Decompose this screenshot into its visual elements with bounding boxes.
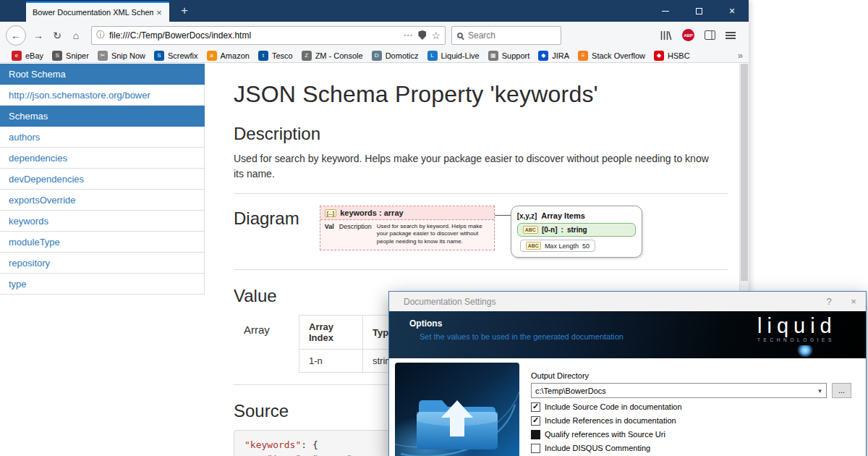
bookmark-hsbc[interactable]: ◆HSBC [650, 48, 694, 63]
schema-sidebar: Root Schema http://json.schemastore.org/… [0, 64, 205, 456]
dialog-help-button[interactable]: ? [817, 292, 841, 311]
diagram-val-label: Val [325, 223, 334, 245]
ebay-favicon: e [12, 51, 22, 61]
logo-tagline: TECHNOLOGIES [757, 337, 853, 342]
bookmark-zm-console[interactable]: ZZM - Console [297, 48, 367, 63]
home-button[interactable]: ⌂ [67, 30, 85, 41]
page-actions-icon[interactable]: ⋯ [403, 30, 412, 41]
sidebar-item-keywords[interactable]: keywords [0, 211, 205, 232]
include-references-checkbox[interactable] [531, 416, 540, 426]
bookmark-tesco[interactable]: tTesco [254, 48, 297, 63]
sidebar-item-root-schema[interactable]: Root Schema [0, 64, 205, 85]
toolbar-right-icons: ABP [656, 29, 743, 41]
bookmark-screwfix[interactable]: SScrewfix [150, 48, 203, 63]
navigation-toolbar: ← → ↻ ⌂ ⓘ ⋯ ☆ ABP [0, 22, 749, 48]
bookmark-label: eBay [25, 51, 43, 60]
info-icon[interactable]: ⓘ [96, 29, 105, 41]
bookmark-ebay[interactable]: eeBay [7, 48, 48, 63]
checkbox-label: Include DISQUS Commenting [545, 444, 650, 452]
checkbox-label: Include Source Code in documentation [545, 402, 682, 411]
window-controls: × [649, 0, 749, 22]
include-references-checkbox-row[interactable]: Include References in documentation [531, 415, 851, 426]
dialog-close-button[interactable]: × [841, 292, 866, 311]
output-directory-label: Output Directory [531, 371, 851, 380]
bookmark-star-icon[interactable]: ☆ [431, 30, 441, 41]
search-icon [457, 33, 463, 38]
adblock-plus-icon[interactable]: ABP [682, 29, 694, 41]
constraint-label: Max Length [545, 242, 579, 250]
sidebar-item-schemas[interactable]: Schemas [0, 106, 205, 127]
search-bar[interactable] [451, 26, 561, 45]
qualify-references-checkbox-row[interactable]: Qualify references with Source Uri [531, 429, 851, 439]
new-tab-button[interactable]: + [175, 1, 194, 22]
bookmark-sniper[interactable]: SSniper [48, 48, 93, 63]
minimize-button[interactable] [649, 0, 682, 22]
sidebar-toggle-icon[interactable] [705, 30, 715, 40]
bookmark-jira[interactable]: ◆JIRA [534, 48, 574, 63]
bookmark-label: HSBC [668, 51, 690, 60]
bookmark-label: ZM - Console [315, 51, 363, 60]
sidebar-item-repository[interactable]: repository [0, 253, 205, 274]
sidebar-item-schema-url[interactable]: http://json.schemastore.org/bower [0, 85, 205, 106]
include-source-code-checkbox[interactable] [531, 402, 540, 412]
logo-name: liquid [757, 315, 853, 337]
reload-button[interactable]: ↻ [48, 30, 67, 41]
divider [234, 193, 728, 194]
bookmark-label: Domoticz [386, 51, 419, 60]
include-disqus-checkbox[interactable] [531, 444, 540, 453]
sidebar-item-label: http://json.schemastore.org/bower [9, 90, 150, 101]
tesco-favicon: t [258, 51, 268, 61]
dialog-body: Output Directory c:\Temp\BowerDocs ▾ ...… [389, 358, 866, 456]
bookmarks-bar: eeBay SSniper ✂Snip Now SScrewfix aAmazo… [0, 48, 749, 63]
sidebar-item-moduletype[interactable]: moduleType [0, 232, 205, 253]
abc-constraint-icon: ABC [526, 242, 541, 250]
upload-folder-illustration [395, 363, 519, 456]
sidebar-item-label: authors [9, 132, 40, 143]
include-source-code-checkbox-row[interactable]: Include Source Code in documentation [531, 402, 851, 412]
sidebar-item-dependencies[interactable]: dependencies [0, 148, 205, 169]
tab-close-icon[interactable]: × [153, 7, 165, 18]
bookmark-snip-now[interactable]: ✂Snip Now [93, 48, 150, 63]
bookmark-amazon[interactable]: aAmazon [203, 48, 254, 63]
output-directory-combobox[interactable]: c:\Temp\BowerDocs ▾ [531, 383, 827, 398]
qualify-references-checkbox[interactable] [531, 430, 540, 439]
sidebar-item-authors[interactable]: authors [0, 127, 205, 148]
pocket-icon[interactable] [418, 30, 426, 40]
maximize-button[interactable] [682, 0, 715, 22]
bookmark-stack-overflow[interactable]: ≡Stack Overflow [574, 48, 650, 63]
include-disqus-checkbox-row[interactable]: Include DISQUS Commenting [531, 443, 851, 453]
divider [234, 269, 728, 270]
sidebar-item-label: devDependencies [9, 174, 84, 185]
close-button[interactable]: × [715, 0, 749, 22]
forward-button[interactable]: → [29, 30, 48, 41]
sidebar-item-label: Root Schema [9, 69, 66, 80]
search-input[interactable] [468, 30, 580, 41]
browse-button[interactable]: ... [832, 383, 851, 398]
sidebar-item-devdependencies[interactable]: devDependencies [0, 169, 205, 190]
url-input[interactable] [109, 30, 398, 41]
menu-icon[interactable] [726, 32, 736, 39]
stackoverflow-favicon: ≡ [578, 51, 588, 61]
bookmark-label: Screwfix [168, 51, 198, 60]
chevron-down-icon[interactable]: ▾ [814, 387, 826, 394]
browser-tab[interactable]: Bower Documentation XML Schema × [26, 1, 169, 22]
library-icon[interactable] [660, 30, 672, 41]
domoticz-favicon: D [372, 51, 382, 61]
dialog-title: Documentation Settings [404, 297, 495, 307]
url-bar[interactable]: ⓘ ⋯ ☆ [91, 26, 446, 45]
zm-favicon: Z [302, 51, 312, 61]
table-header-array-index: Array Index [299, 316, 363, 350]
bookmark-support[interactable]: ▦Support [484, 48, 535, 63]
array-items-badge-icon: [x,y,z] [517, 212, 537, 220]
diagram-node-title: keywords : array [340, 208, 403, 217]
bookmark-domoticz[interactable]: DDomoticz [367, 48, 423, 63]
bookmarks-overflow-chevron[interactable]: » [738, 50, 743, 61]
sidebar-item-type[interactable]: type [0, 274, 205, 295]
bookmark-liquid-live[interactable]: LLiquid-Live [423, 48, 484, 63]
scrollbar-thumb[interactable] [741, 64, 748, 281]
screwfix-favicon: S [154, 51, 164, 61]
sidebar-item-exportsoverride[interactable]: exportsOverride [0, 190, 205, 211]
dialog-header-band: Options Set the values to be used in the… [389, 311, 866, 358]
documentation-settings-dialog: Documentation Settings ? × Options Set t… [388, 291, 867, 456]
back-button[interactable]: ← [6, 25, 26, 46]
